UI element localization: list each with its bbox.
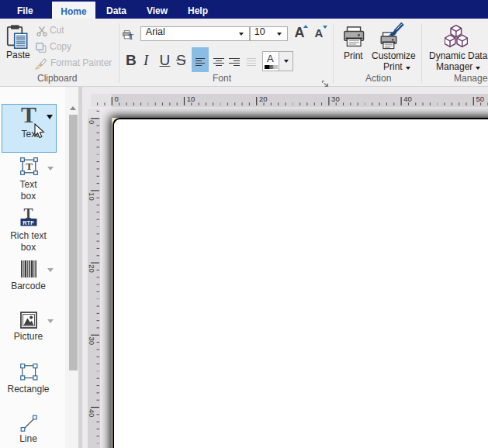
svg-text:0: 0 (88, 119, 96, 123)
svg-text:30: 30 (331, 95, 340, 103)
svg-text:20: 20 (259, 95, 268, 103)
svg-text:20: 20 (88, 264, 96, 273)
svg-text:10: 10 (187, 95, 196, 103)
svg-text:30: 30 (88, 336, 96, 345)
svg-text:50: 50 (476, 95, 485, 103)
svg-text:40: 40 (88, 408, 96, 417)
svg-text:T: T (129, 33, 133, 40)
svg-text:10: 10 (88, 192, 96, 201)
svg-text:40: 40 (403, 95, 412, 103)
svg-text:T: T (26, 160, 33, 172)
svg-text:RTF: RTF (22, 219, 34, 226)
svg-text:0: 0 (115, 95, 119, 103)
